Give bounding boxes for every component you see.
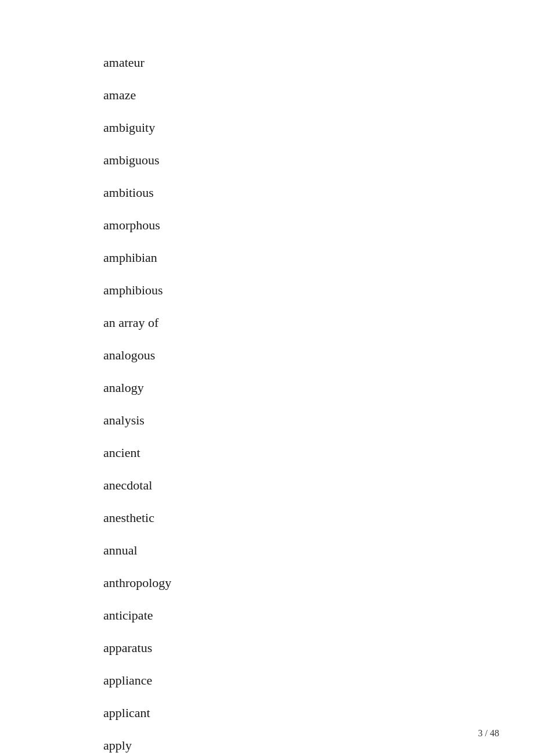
list-item: ambiguity [103,111,534,144]
list-item: ambitious [103,177,534,209]
list-item: analysis [103,404,534,437]
list-item: ambiguous [103,144,534,177]
list-item: amaze [103,79,534,111]
list-item: appliance [103,664,534,697]
list-item: amateur [103,46,534,79]
list-item: anthropology [103,567,534,599]
list-item: apply [103,729,534,756]
list-item: amorphous [103,209,534,242]
list-item: apparatus [103,632,534,664]
list-item: anticipate [103,599,534,632]
word-list: amateuramazeambiguityambiguousambitiousa… [0,0,534,756]
list-item: amphibian [103,242,534,274]
list-item: applicant [103,697,534,729]
list-item: an array of [103,307,534,339]
list-item: amphibious [103,274,534,307]
list-item: analogy [103,372,534,404]
list-item: analogous [103,339,534,372]
list-item: anesthetic [103,502,534,534]
list-item: anecdotal [103,469,534,502]
list-item: annual [103,534,534,567]
page-indicator: 3 / 48 [478,728,499,739]
list-item: ancient [103,437,534,469]
